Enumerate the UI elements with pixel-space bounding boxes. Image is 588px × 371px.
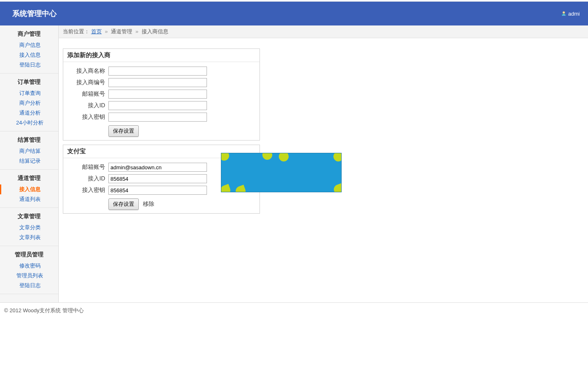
panel-new-provider: 添加新的接入商 接入商名称 接入商编号 邮箱账号 接入 — [63, 48, 260, 141]
leaf-icon — [332, 153, 342, 163]
remove-link[interactable]: 移除 — [143, 200, 154, 208]
input-id[interactable] — [108, 174, 207, 183]
main: 当前位置： 首页 » 通道管理 » 接入商信息 添加新的接入商 接入商名称 接入… — [59, 25, 588, 302]
sidebar-item[interactable]: 管理员列表 — [0, 271, 58, 281]
sidebar-group: 商户管理商户信息接入信息登陆日志 — [0, 25, 58, 74]
sidebar-group: 通道管理接入信息通道列表 — [0, 170, 58, 208]
label-id: 接入ID — [67, 175, 108, 182]
panel-title: 添加新的接入商 — [63, 49, 260, 62]
sidebar-group-title: 通道管理 — [0, 173, 58, 184]
sidebar-group: 文章管理文章分类文章列表 — [0, 208, 58, 246]
svg-point-0 — [563, 12, 565, 14]
floating-banner — [221, 153, 342, 192]
input-key[interactable] — [108, 186, 207, 195]
sidebar-item[interactable]: 通道分析 — [0, 108, 58, 118]
container: 商户管理商户信息接入信息登陆日志订单管理订单查询商户分析通道分析24小时分析结算… — [0, 25, 588, 302]
row-code: 接入商编号 — [63, 77, 260, 88]
panel-body: 接入商名称 接入商编号 邮箱账号 接入ID — [63, 62, 260, 140]
input-name[interactable] — [108, 67, 207, 76]
sidebar-group: 订单管理订单查询商户分析通道分析24小时分析 — [0, 74, 58, 131]
leaf-icon — [234, 185, 247, 192]
sidebar-item[interactable]: 文章分类 — [0, 223, 58, 233]
label-key: 接入密钥 — [67, 113, 108, 121]
leaf-icon — [221, 153, 230, 162]
sidebar-group-title: 商户管理 — [0, 29, 58, 40]
label-key: 接入密钥 — [67, 187, 108, 194]
sidebar-group-title: 结算管理 — [0, 135, 58, 146]
sidebar: 商户管理商户信息接入信息登陆日志订单管理订单查询商户分析通道分析24小时分析结算… — [0, 25, 59, 302]
leaf-icon — [221, 184, 232, 192]
breadcrumb-prefix: 当前位置： — [63, 28, 90, 35]
sidebar-item[interactable]: 商户分析 — [0, 98, 58, 108]
header-user[interactable]: admi — [561, 11, 580, 17]
breadcrumb-page: 接入商信息 — [142, 28, 168, 35]
row-email: 邮箱账号 — [63, 88, 260, 100]
input-key[interactable] — [108, 113, 207, 122]
input-code[interactable] — [108, 78, 207, 87]
breadcrumb-group: 通道管理 — [111, 28, 132, 35]
sidebar-item[interactable]: 登陆日志 — [0, 281, 58, 290]
save-button[interactable]: 保存设置 — [108, 125, 139, 137]
label-code: 接入商编号 — [67, 79, 108, 86]
sidebar-item[interactable]: 接入信息 — [0, 184, 58, 194]
sidebar-item[interactable]: 登陆日志 — [0, 60, 58, 70]
sidebar-group-title: 管理员管理 — [0, 249, 58, 261]
row-id: 接入ID — [63, 100, 260, 111]
row-key: 接入密钥 — [63, 111, 260, 123]
sidebar-item[interactable]: 订单查询 — [0, 88, 58, 98]
sidebar-item[interactable]: 结算记录 — [0, 156, 58, 166]
sidebar-item[interactable]: 商户信息 — [0, 40, 58, 50]
breadcrumb: 当前位置： 首页 » 通道管理 » 接入商信息 — [59, 25, 588, 38]
label-email: 邮箱账号 — [67, 164, 108, 171]
breadcrumb-sep: » — [136, 28, 138, 35]
row-name: 接入商名称 — [63, 65, 260, 77]
content: 添加新的接入商 接入商名称 接入商编号 邮箱账号 接入 — [59, 38, 588, 228]
breadcrumb-home[interactable]: 首页 — [91, 28, 102, 35]
button-row: 保存设置 — [63, 125, 260, 137]
sidebar-item[interactable]: 接入信息 — [0, 50, 58, 60]
footer: © 2012 Woody支付系统 管理中心 — [0, 302, 588, 318]
input-email[interactable] — [108, 163, 207, 172]
leaf-icon — [278, 153, 290, 163]
sidebar-item[interactable]: 修改密码 — [0, 261, 58, 271]
sidebar-item[interactable]: 通道列表 — [0, 194, 58, 204]
save-button[interactable]: 保存设置 — [108, 198, 139, 210]
input-id[interactable] — [108, 101, 207, 110]
button-row: 保存设置 移除 — [63, 198, 260, 210]
username: admi — [568, 11, 580, 17]
user-icon — [561, 11, 567, 16]
sidebar-item[interactable]: 商户结算 — [0, 146, 58, 156]
sidebar-group-title: 文章管理 — [0, 211, 58, 223]
sidebar-group: 管理员管理修改密码管理员列表登陆日志 — [0, 246, 58, 294]
leaf-icon — [333, 183, 342, 192]
label-name: 接入商名称 — [67, 67, 108, 75]
sidebar-group: 结算管理商户结算结算记录 — [0, 131, 58, 170]
sidebar-group-title: 订单管理 — [0, 77, 58, 88]
header: 系统管理中心 admi — [0, 2, 588, 25]
label-id: 接入ID — [67, 102, 108, 109]
sidebar-item[interactable]: 文章列表 — [0, 233, 58, 242]
input-email[interactable] — [108, 90, 207, 99]
breadcrumb-sep: » — [105, 28, 108, 35]
label-email: 邮箱账号 — [67, 90, 108, 98]
leaf-icon — [261, 153, 274, 161]
sidebar-item[interactable]: 24小时分析 — [0, 118, 58, 128]
app-title: 系统管理中心 — [12, 9, 57, 18]
